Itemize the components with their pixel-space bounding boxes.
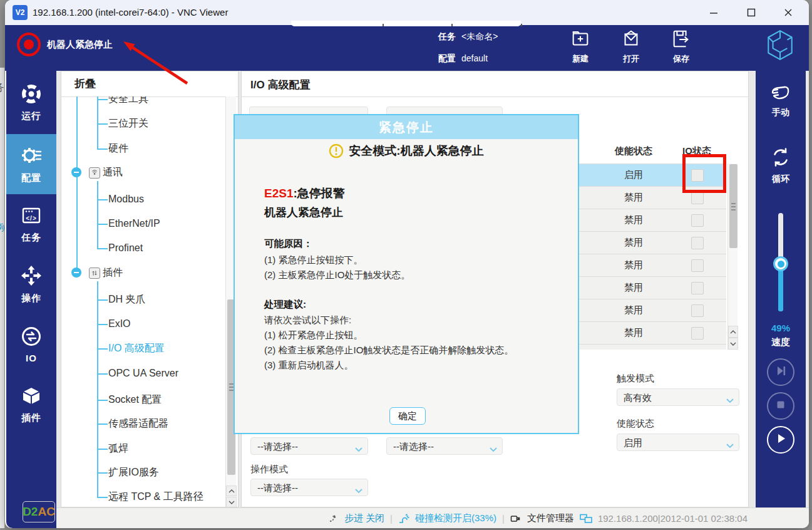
move-arrows-icon [20,264,43,289]
io-state-checkbox[interactable] [691,304,704,317]
nav-item-config[interactable]: 配置 [6,134,56,194]
tree-item-hardware[interactable]: 硬件 [61,136,218,161]
cube-icon [21,385,42,408]
collapse-tree-button[interactable]: 折叠 [75,76,96,91]
advice-item: (2) 检查主板紧急停止IO触发状态是否正确并解除触发状态。 [264,345,513,356]
stop-button[interactable] [767,392,794,420]
tree-item-arc-welding[interactable]: 弧焊 [61,436,218,461]
cycle-mode-label[interactable]: 循环 [756,174,806,185]
usb-drive-icon [510,514,522,524]
chevron-down-icon [355,444,362,454]
new-task-button[interactable]: 新建 [561,26,600,66]
manual-mode-label[interactable]: 手动 [756,107,806,118]
left-nav-rail: 运行 [6,71,56,528]
tree-item-sensor-adapter[interactable]: 传感器适配器 [61,411,218,436]
nav-item-operate[interactable]: 操作 [6,254,56,314]
save-button[interactable]: 保存 [662,26,701,66]
close-button[interactable] [779,4,797,21]
io-state-checkbox[interactable] [691,192,704,204]
ok-button[interactable]: 确定 [389,407,426,425]
tree-node-plugins[interactable]: 插件 [61,260,218,285]
table-scrollbar[interactable] [727,164,737,350]
dialog-title: 紧急停止 [235,115,578,139]
d2ac-badge: D2AC [23,501,55,522]
nav-label: 插件 [21,412,41,424]
select-placeholder-1[interactable]: --请选择-- [250,437,368,455]
collapse-node-icon[interactable] [71,268,81,278]
tree-item-three-position-switch[interactable]: 三位开关 [61,111,218,136]
save-label: 保存 [673,53,689,65]
dialog-headline: 安全模式:机器人紧急停止 [235,143,578,159]
trigger-mode-select[interactable]: 高有效 [617,388,739,406]
select-placeholder-2[interactable]: --请选择-- [386,437,503,455]
status-bar: 步进 关闭 | 碰撞检测开启(33%) | 文件管理器 192.168.1.20… [56,507,809,528]
scroll-down-button[interactable] [728,338,738,350]
new-task-label: 新建 [572,53,588,65]
tree-item-ethernet-ip[interactable]: EtherNet/IP [61,211,218,236]
enable-state-select[interactable]: 启用 [617,434,739,451]
advice-title: 处理建议: [264,298,306,311]
scroll-up-button[interactable] [226,486,237,496]
error-code-line: E2S1:急停报警 [264,185,345,202]
speed-percent: 49% [756,323,806,333]
speed-slider-thumb[interactable] [773,256,788,271]
maximize-button[interactable] [743,4,760,21]
io-state-checkbox[interactable] [691,282,704,294]
io-state-checkbox[interactable] [691,259,704,272]
tree-item-remote-tcp-toolpath[interactable]: 远程 TCP & 工具路径 [61,484,218,507]
step-forward-button[interactable] [767,358,794,386]
nav-label: IO [26,353,37,363]
stop-icon [773,397,788,415]
io-state-checkbox[interactable] [691,214,704,227]
task-value: <未命名> [461,31,498,43]
error-code: E2S1 [264,187,293,200]
tree-item-exio[interactable]: ExIO [61,311,218,336]
enable-state-label: 使能状态 [617,418,654,430]
open-button[interactable]: 打开 [612,26,650,66]
save-icon [671,28,692,51]
tree-node-communication[interactable]: 通讯 [61,160,218,185]
play-button[interactable] [767,426,794,454]
tree-item-profinet[interactable]: Profinet [61,236,218,261]
config-tree: 安全工具 三位开关 硬件 通讯 Modbus EtherNet/IP Profi… [61,96,218,507]
collapse-node-icon[interactable] [71,167,81,177]
operation-mode-select[interactable]: --请选择-- [250,479,368,496]
skip-icon [773,363,788,381]
step-mode-status[interactable]: 步进 关闭 [344,512,384,524]
scroll-up-button[interactable] [728,326,738,338]
tree-item-extended-io-service[interactable]: 扩展IO服务 [61,460,218,485]
collision-detect-status[interactable]: 碰撞检测开启(33%) [415,512,496,524]
minimize-button[interactable] [705,4,722,21]
tree-item-safety-tools[interactable]: 安全工具 [61,96,218,112]
io-state-checkbox[interactable] [691,237,704,249]
app-top-bar: 机器人紧急停止 任务 <未命名> 配置 default 新建 打开 [5,25,809,71]
brand-logo-icon [766,29,794,64]
antenna-icon [89,167,100,179]
config-label: 配置 [438,53,456,65]
nav-item-task[interactable]: </> 任务 [6,194,56,254]
tree-item-modbus[interactable]: Modbus [61,187,218,212]
io-state-checkbox[interactable] [691,327,704,340]
scroll-down-button[interactable] [226,497,237,507]
tree-item-socket-config[interactable]: Socket 配置 [61,387,218,412]
vnc-viewer-window: V2 192.168.1.200 (intel-corei7-64:0) - V… [5,0,809,528]
table-scrollbar-thumb[interactable] [729,164,737,248]
nav-item-run[interactable]: 运行 [6,74,56,132]
advice-item: (3) 重新启动机器人。 [264,360,354,372]
trigger-mode-label: 触发模式 [617,373,654,385]
nav-item-plugin[interactable]: 插件 [6,375,56,435]
file-manager-link[interactable]: 文件管理器 [527,512,574,524]
new-file-icon [570,28,591,51]
cycle-icon[interactable] [769,146,792,171]
plugin-arrows-icon [89,268,100,279]
tree-item-opc-ua-server[interactable]: OPC UA Server [61,361,218,386]
tree-item-dh-gripper[interactable]: DH 夹爪 [61,287,218,312]
tree-item-io-advanced-config[interactable]: I/O 高级配置 [61,336,218,361]
hand-icon[interactable] [769,82,792,107]
vnc-toolbar-notch[interactable] [291,21,521,26]
chevron-down-icon [490,444,497,454]
nav-item-io[interactable]: IO [6,314,56,375]
nav-label: 运行 [21,110,41,122]
open-file-icon [620,28,642,51]
background-text-fragment: 务 [0,81,4,95]
